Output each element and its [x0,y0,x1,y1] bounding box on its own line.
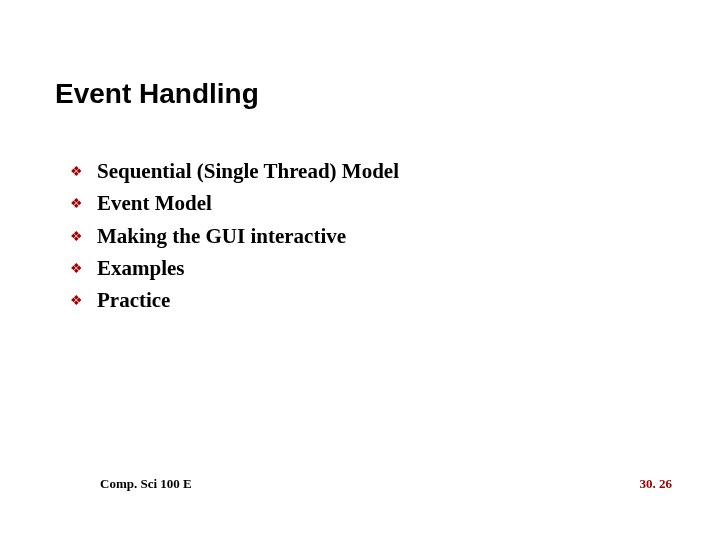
list-item-text: Making the GUI interactive [97,223,346,249]
list-item-text: Practice [97,287,170,313]
slide: Event Handling ❖ Sequential (Single Thre… [0,0,720,540]
diamond-bullet-icon: ❖ [70,163,83,181]
list-item-text: Sequential (Single Thread) Model [97,158,399,184]
slide-title: Event Handling [55,78,259,110]
diamond-bullet-icon: ❖ [70,260,83,278]
list-item: ❖ Examples [70,255,630,281]
diamond-bullet-icon: ❖ [70,228,83,246]
diamond-bullet-icon: ❖ [70,195,83,213]
footer-course: Comp. Sci 100 E [100,476,192,492]
list-item-text: Event Model [97,190,212,216]
list-item-text: Examples [97,255,185,281]
bullet-list: ❖ Sequential (Single Thread) Model ❖ Eve… [70,158,630,319]
list-item: ❖ Practice [70,287,630,313]
list-item: ❖ Event Model [70,190,630,216]
list-item: ❖ Sequential (Single Thread) Model [70,158,630,184]
list-item: ❖ Making the GUI interactive [70,223,630,249]
footer-page-number: 30. 26 [640,476,673,492]
diamond-bullet-icon: ❖ [70,292,83,310]
